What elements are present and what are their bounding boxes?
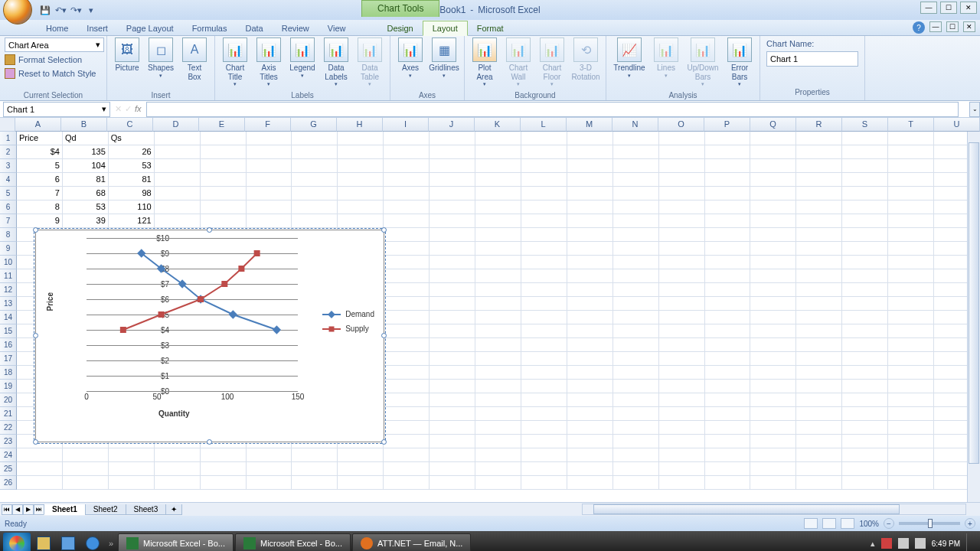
cell[interactable] [796,435,842,448]
cell[interactable] [201,173,247,187]
column-header[interactable]: I [383,118,429,132]
plot-area-button[interactable]: 📊Plot Area▾ [469,37,500,87]
cell[interactable] [659,269,705,283]
cell[interactable] [842,228,888,242]
cell[interactable] [430,297,475,311]
workbook-minimize-button[interactable]: — [929,21,942,32]
cell[interactable] [292,187,338,201]
cell[interactable] [796,228,842,242]
cell[interactable] [705,173,751,187]
insert-sheet-button[interactable]: ✦ [165,504,182,515]
cell[interactable] [521,242,567,256]
cell[interactable] [796,393,842,407]
cell[interactable]: 9 [17,214,63,228]
legend-item-demand[interactable]: Demand [322,310,374,318]
cell[interactable] [247,145,292,159]
cell[interactable] [384,311,430,324]
cell[interactable] [659,324,705,338]
expand-formula-bar-icon[interactable]: ⌄ [969,102,980,117]
cell[interactable] [155,132,201,145]
cell[interactable] [705,269,751,283]
network-icon[interactable] [898,538,909,549]
cell[interactable] [475,283,521,297]
cell[interactable] [750,338,796,352]
cell[interactable] [659,283,705,297]
cell[interactable] [567,145,613,159]
cell[interactable] [750,366,796,380]
cell[interactable] [613,269,659,283]
cell[interactable] [613,283,659,297]
cell[interactable] [17,462,63,476]
cell[interactable] [842,132,888,145]
cell[interactable] [155,214,201,228]
cell[interactable] [475,366,521,380]
cell[interactable] [842,283,888,297]
cell[interactable] [475,352,521,366]
workbook-close-button[interactable]: ✕ [963,21,975,32]
tab-layout[interactable]: Layout [423,21,468,36]
cell[interactable] [796,187,842,201]
cell[interactable] [384,242,430,256]
cell[interactable] [750,228,796,242]
cell[interactable] [292,201,338,214]
cell[interactable] [292,214,338,228]
cell[interactable] [384,297,430,311]
cell[interactable] [796,380,842,393]
axis-titles-button[interactable]: 📊Axis Titles▾ [253,37,284,87]
cell[interactable]: 5 [17,159,63,173]
cell[interactable] [750,352,796,366]
cell[interactable] [613,448,659,462]
row-header[interactable]: 25 [0,462,17,476]
cell[interactable] [750,256,796,269]
cell[interactable] [796,173,842,187]
cell[interactable]: $4 [17,145,63,159]
cell[interactable] [17,448,63,462]
cell[interactable] [659,214,705,228]
cell[interactable] [521,407,567,421]
cell[interactable] [888,145,934,159]
cell[interactable] [613,338,659,352]
cell[interactable]: Qs [109,132,155,145]
cell[interactable] [475,324,521,338]
cell[interactable] [705,145,751,159]
row-header[interactable]: 14 [0,311,17,324]
column-header[interactable]: F [245,118,291,132]
cell[interactable] [292,173,338,187]
cell[interactable] [750,324,796,338]
workbook-restore-button[interactable]: ☐ [946,21,959,32]
column-header[interactable]: H [337,118,383,132]
cell[interactable] [842,448,888,462]
cell[interactable] [384,338,430,352]
cell[interactable] [338,187,384,201]
cell[interactable] [705,311,751,324]
cell[interactable] [430,145,475,159]
cell[interactable] [613,407,659,421]
cell[interactable] [567,283,613,297]
legend-button[interactable]: 📊Legend▾ [287,37,318,79]
tab-review[interactable]: Review [273,21,318,35]
y-axis-title[interactable]: Price [46,292,54,311]
cell[interactable] [430,228,475,242]
zoom-slider[interactable] [899,522,960,525]
resize-handle[interactable] [207,439,212,445]
start-button[interactable] [3,533,31,551]
cell[interactable] [17,476,63,490]
cell[interactable] [888,462,934,476]
cell[interactable] [430,476,475,490]
row-header[interactable]: 7 [0,214,17,228]
row-header[interactable]: 22 [0,421,17,435]
normal-view-button[interactable] [804,518,818,529]
cell[interactable] [613,393,659,407]
column-header[interactable]: S [842,118,888,132]
cell[interactable] [888,256,934,269]
column-header[interactable]: M [567,118,612,132]
cell[interactable] [842,269,888,283]
cell[interactable] [842,462,888,476]
cell[interactable] [384,269,430,283]
cell[interactable] [750,476,796,490]
cell[interactable] [613,132,659,145]
cell[interactable] [201,187,247,201]
cell[interactable] [842,214,888,228]
cell[interactable] [750,145,796,159]
cell[interactable] [796,352,842,366]
